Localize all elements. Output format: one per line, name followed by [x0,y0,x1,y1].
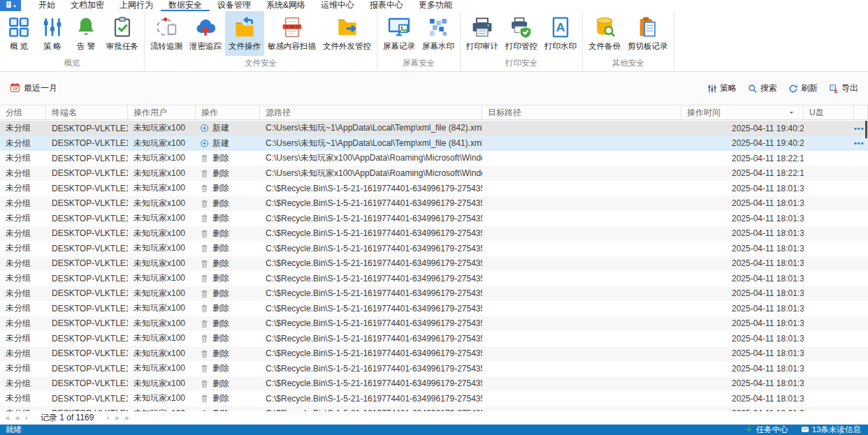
trash-icon [200,334,209,343]
column-header-menu[interactable] [854,105,868,119]
export-action[interactable]: 导出 [829,82,858,94]
cell-target [482,391,681,406]
column-header-action[interactable]: 操作 [196,105,260,119]
export-icon [829,84,839,94]
tab-more[interactable]: 更多功能 [411,0,460,11]
ritem-screen-watermark[interactable]: 屏幕水印 [419,11,458,56]
cell-time: 2025-04-11 18:01:38 [681,271,804,286]
policy-action[interactable]: 策略 [707,82,737,94]
group-print-security: 打印审计打印管控A打印水印打印安全 [461,11,583,71]
group-overview: 概 览策 略告 警审批任务概览 [0,11,145,71]
table-row[interactable]: 未分组DESKTOP-VLKTLE1未知玩家x100新建C:\Users\未知玩… [0,136,868,152]
column-header-terminal[interactable]: 终端名 [46,105,128,119]
last-page-icon[interactable]: » [124,414,129,422]
cell-terminal: DESKTOP-VLKTLE1 [46,166,128,182]
ritem-print-control[interactable]: 打印管控 [502,11,541,56]
ritem-print-control-label: 打印管控 [505,41,537,52]
table-row[interactable]: 未分组DESKTOP-VLKTLE1未知玩家x100删除C:\$Recycle.… [0,181,868,196]
vertical-scrollbar-thumb[interactable] [865,121,867,138]
cell-action: 删除 [196,241,260,256]
cell-group: 未分组 [0,256,46,272]
ritem-policy[interactable]: 策 略 [36,11,69,56]
cell-usb [804,121,854,136]
cell-user: 未知玩家x100 [128,376,196,392]
ritem-file-operations[interactable]: 文件操作 [225,11,264,56]
tab-start[interactable]: 开始 [31,0,63,11]
table-row[interactable]: 未分组DESKTOP-VLKTLE1未知玩家x100删除C:\$Recycle.… [0,376,868,392]
tab-device-mgmt[interactable]: 设备管理 [210,0,259,11]
unread-messages-button[interactable]: 13条未读信息 [801,425,861,435]
table-row[interactable]: 未分组DESKTOP-VLKTLE1未知玩家x100删除C:\Users\未知玩… [0,166,868,182]
column-header-group[interactable]: 分组 [0,105,46,119]
tab-web-behavior[interactable]: 上网行为 [112,0,161,11]
cell-user: 未知玩家x100 [128,211,196,226]
table-row[interactable]: 未分组DESKTOP-VLKTLE1未知玩家x100删除C:\$Recycle.… [0,346,868,362]
next-page-icon[interactable]: › [106,414,109,422]
table-row[interactable]: 未分组DESKTOP-VLKTLE1未知玩家x100删除C:\$Recycle.… [0,391,868,406]
action-label: 删除 [212,228,229,239]
search-action[interactable]: 搜索 [748,82,777,94]
fast-next-icon[interactable]: » [115,414,119,422]
ritem-clipboard-record[interactable]: 剪切板记录 [624,11,672,56]
table-row[interactable]: 未分组DESKTOP-VLKTLE1未知玩家x100删除C:\Users\未知玩… [0,151,868,166]
cell-group: 未分组 [0,241,46,256]
app-menu-button[interactable]: ▾ [0,0,21,11]
refresh-action[interactable]: 刷新 [788,82,818,94]
tab-doc-encrypt[interactable]: 文档加密 [63,0,112,11]
task-center-button[interactable]: 任务中心 [745,425,788,435]
ritem-sensitive-scan[interactable]: 敏感内容扫描 [264,11,319,56]
table-row[interactable]: 未分组DESKTOP-VLKTLE1未知玩家x100删除C:\$Recycle.… [0,241,868,256]
ritem-file-outgoing[interactable]: 文件外发管控 [319,11,375,56]
tab-ops-center[interactable]: 运维中心 [313,0,362,11]
column-header-source[interactable]: 源路径 [260,105,482,119]
cell-menu [854,211,868,226]
table-row[interactable]: 未分组DESKTOP-VLKTLE1未知玩家x100删除C:\$Recycle.… [0,271,868,286]
ritem-flow-trace[interactable]: 流转追溯 [147,11,186,56]
table-row[interactable]: 未分组DESKTOP-VLKTLE1未知玩家x100删除C:\$Recycle.… [0,301,868,316]
flow-trace-icon [154,15,178,40]
cell-user: 未知玩家x100 [128,331,196,346]
search-icon [748,84,758,94]
ritem-leak-trace[interactable]: 泄密追踪 [186,11,225,56]
fast-prev-icon[interactable]: « [15,414,20,422]
table-row[interactable]: 未分组DESKTOP-VLKTLE1未知玩家x100删除C:\$Recycle.… [0,316,868,332]
cell-menu [854,316,868,332]
column-header-time[interactable]: 操作时间 [681,105,804,119]
first-page-icon[interactable]: « [6,414,10,422]
table-row[interactable]: 未分组DESKTOP-VLKTLE1未知玩家x100删除C:\$Recycle.… [0,286,868,302]
plus-circle-icon [200,124,209,133]
table-row[interactable]: 未分组DESKTOP-VLKTLE1未知玩家x100删除C:\$Recycle.… [0,256,868,272]
cell-usb [804,196,854,212]
cell-time: 2025-04-11 18:01:38 [681,181,804,196]
ritem-approval[interactable]: 审批任务 [103,11,142,56]
column-header-user[interactable]: 操作用户 [128,105,196,119]
table-row[interactable]: 未分组DESKTOP-VLKTLE1未知玩家x100新建C:\Users\未知玩… [0,121,868,136]
cell-action: 删除 [196,376,260,392]
cell-source: C:\$Recycle.Bin\S-1-5-21-1619774401-6349… [260,331,482,346]
ritem-overview[interactable]: 概 览 [2,11,36,56]
table-row[interactable]: 未分组DESKTOP-VLKTLE1未知玩家x100删除C:\$Recycle.… [0,211,868,226]
column-header-target[interactable]: 目标路径 [482,105,681,119]
cell-time: 2025-04-11 18:01:38 [681,301,804,316]
chevron-down-icon[interactable] [788,110,795,116]
date-range-filter[interactable]: 23 最近一月 [10,82,57,95]
tab-report-center[interactable]: 报表中心 [362,0,411,11]
tab-data-security[interactable]: 数据安全 [161,0,210,11]
cell-target [482,361,681,376]
cell-usb [804,331,854,346]
table-header: 分组终端名操作用户操作源路径目标路径操作时间U盘 [0,105,868,120]
column-header-usb[interactable]: U盘 [804,105,854,119]
ritem-file-backup[interactable]: 文件备份 [585,11,624,56]
table-row[interactable]: 未分组DESKTOP-VLKTLE1未知玩家x100删除C:\$Recycle.… [0,361,868,376]
table-row[interactable]: 未分组DESKTOP-VLKTLE1未知玩家x100删除C:\$Recycle.… [0,196,868,212]
prev-page-icon[interactable]: ‹ [25,414,28,422]
table-body: 未分组DESKTOP-VLKTLE1未知玩家x100新建C:\Users\未知玩… [0,121,868,425]
cell-source: C:\$Recycle.Bin\S-1-5-21-1619774401-6349… [260,376,482,392]
ritem-screen-record[interactable]: 屏幕记录 [379,11,419,56]
ritem-print-watermark[interactable]: A打印水印 [541,11,580,56]
table-row[interactable]: 未分组DESKTOP-VLKTLE1未知玩家x100删除C:\$Recycle.… [0,226,868,242]
ritem-alert[interactable]: 告 警 [69,11,103,56]
tab-system-network[interactable]: 系统&网络 [259,0,313,11]
table-row[interactable]: 未分组DESKTOP-VLKTLE1未知玩家x100删除C:\$Recycle.… [0,331,868,346]
ritem-print-audit[interactable]: 打印审计 [463,11,502,56]
